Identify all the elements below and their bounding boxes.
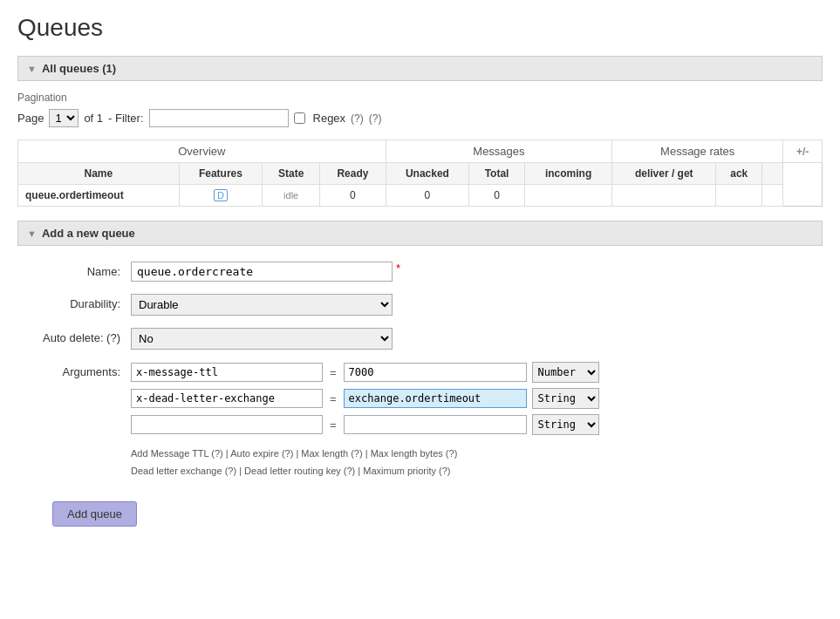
name-input[interactable] [131, 262, 393, 282]
row-incoming [524, 185, 611, 207]
add-queue-button[interactable]: Add queue [52, 501, 137, 527]
arg-value-input[interactable] [344, 363, 527, 382]
form-row-arguments: Arguments: =NumberStringBooleanList=Numb… [35, 362, 805, 480]
arg-type-select[interactable]: NumberStringBooleanList [532, 388, 599, 409]
arg-equals: = [328, 418, 338, 432]
col-unacked: Unacked [386, 163, 468, 185]
arg-row: =NumberStringBooleanList [131, 414, 599, 435]
durability-field-wrapper: DurableTransient [131, 294, 393, 316]
arg-equals: = [328, 366, 338, 379]
arg-key-input[interactable] [131, 415, 323, 434]
hint2-1: (?) [344, 466, 355, 476]
auto-delete-select[interactable]: NoYes [131, 328, 393, 350]
auto-delete-label: Auto delete: (?) [35, 328, 131, 344]
hint2-0: (?) [225, 466, 236, 476]
form-row-auto-delete: Auto delete: (?) NoYes [35, 328, 805, 350]
col-incoming: incoming [524, 163, 611, 185]
page-title: Queues [17, 14, 823, 42]
arg-type-select[interactable]: NumberStringBooleanList [532, 414, 599, 435]
pagination-label: Pagination [17, 92, 823, 104]
of-text: of 1 [84, 112, 103, 125]
required-star: * [396, 262, 400, 275]
row-features: D [179, 185, 262, 207]
col-features: Features [179, 163, 262, 185]
hint-3: (?) [446, 448, 457, 459]
form-row-durability: Durability: DurableTransient [35, 294, 805, 316]
arg-value-input[interactable] [344, 389, 527, 408]
add-link-1[interactable]: Auto expire [230, 448, 279, 459]
add-link2-0[interactable]: Dead letter exchange [131, 466, 222, 476]
row-name[interactable]: queue.ordertimeout [18, 185, 180, 207]
pagination-row: Page 1 of 1 - Filter: Regex (?) (?) [17, 109, 823, 127]
args-container: =NumberStringBooleanList=NumberStringBoo… [131, 362, 599, 480]
add-link-3[interactable]: Max length bytes [371, 448, 443, 459]
durability-label: Durability: [35, 294, 131, 310]
name-label: Name: [35, 262, 131, 278]
form-row-name: Name: * [35, 262, 805, 282]
add-queue-label: Add a new queue [42, 227, 135, 240]
collapse-arrow: ▼ [27, 64, 37, 74]
arg-key-input[interactable] [131, 389, 323, 408]
group-overview: Overview [18, 140, 386, 163]
col-ready: Ready [320, 163, 386, 185]
add-links: Add Message TTL (?) | Auto expire (?) | … [131, 446, 599, 480]
filter-text: - Filter: [108, 112, 143, 125]
add-link-2[interactable]: Max length [301, 448, 348, 459]
hint-1: (?) [282, 448, 293, 459]
add-link-0[interactable]: Message TTL [151, 448, 209, 459]
name-field-wrapper [131, 262, 393, 282]
regex-label: Regex [313, 112, 346, 125]
col-state: State [263, 163, 320, 185]
regex-hint1[interactable]: (?) [351, 112, 364, 125]
all-queues-label: All queues (1) [42, 62, 116, 75]
row-total: 0 [469, 185, 525, 207]
table-row[interactable]: queue.ordertimeout D idle 0 0 0 [18, 185, 823, 207]
add-link2-1[interactable]: Dead letter routing key [244, 466, 341, 476]
col-extra [762, 163, 783, 185]
row-unacked: 0 [386, 185, 468, 207]
arg-row: =NumberStringBooleanList [131, 388, 599, 409]
all-queues-section-header[interactable]: ▼ All queues (1) [17, 56, 823, 81]
hint2-2: (?) [439, 466, 450, 476]
col-total: Total [469, 163, 525, 185]
hint-2: (?) [351, 448, 362, 459]
add-queue-section-header[interactable]: ▼ Add a new queue [17, 221, 823, 246]
group-message-rates: Message rates [612, 140, 783, 163]
row-deliver-get [612, 185, 716, 207]
arguments-label: Arguments: [35, 362, 131, 378]
add-label: Add [131, 448, 148, 459]
arg-equals: = [328, 392, 338, 405]
add-queue-arrow: ▼ [27, 228, 37, 239]
plus-minus-btn[interactable]: +/- [783, 140, 823, 163]
durability-select[interactable]: DurableTransient [131, 294, 393, 316]
col-deliver-get: deliver / get [612, 163, 716, 185]
group-messages: Messages [386, 140, 611, 163]
filter-input[interactable] [149, 109, 289, 127]
arg-row: =NumberStringBooleanList [131, 362, 599, 383]
page-text: Page [17, 112, 44, 125]
row-extra [762, 185, 783, 207]
hint-0: (?) [211, 448, 222, 459]
arg-value-input[interactable] [344, 415, 527, 434]
row-ready: 0 [320, 185, 386, 207]
col-name: Name [18, 163, 180, 185]
row-ack [716, 185, 762, 207]
add-link2-2[interactable]: Maximum priority [363, 466, 436, 476]
arg-key-input[interactable] [131, 363, 323, 382]
row-state: idle [263, 185, 320, 207]
page-select[interactable]: 1 [49, 109, 79, 127]
add-queue-form: Name: * Durability: DurableTransient Aut… [17, 253, 823, 544]
queues-table: Overview Messages Message rates +/- Name… [17, 139, 823, 207]
regex-checkbox[interactable] [294, 112, 305, 124]
auto-delete-field-wrapper: NoYes [131, 328, 393, 350]
arg-type-select[interactable]: NumberStringBooleanList [532, 362, 599, 383]
regex-hint2[interactable]: (?) [369, 112, 382, 125]
col-ack: ack [716, 163, 762, 185]
